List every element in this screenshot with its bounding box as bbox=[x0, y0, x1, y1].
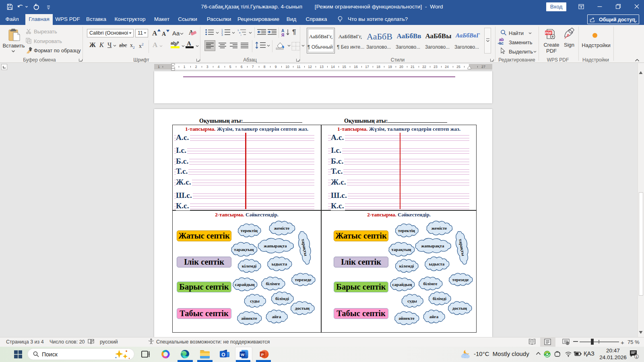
svg-text:3: 3 bbox=[221, 33, 223, 36]
svg-text:P: P bbox=[261, 352, 264, 357]
svg-text:1: 1 bbox=[636, 355, 638, 359]
svg-text:PDF: PDF bbox=[545, 31, 552, 35]
svg-text:O: O bbox=[221, 352, 225, 358]
svg-text:W: W bbox=[241, 352, 244, 357]
svg-text:i: i bbox=[241, 34, 241, 36]
